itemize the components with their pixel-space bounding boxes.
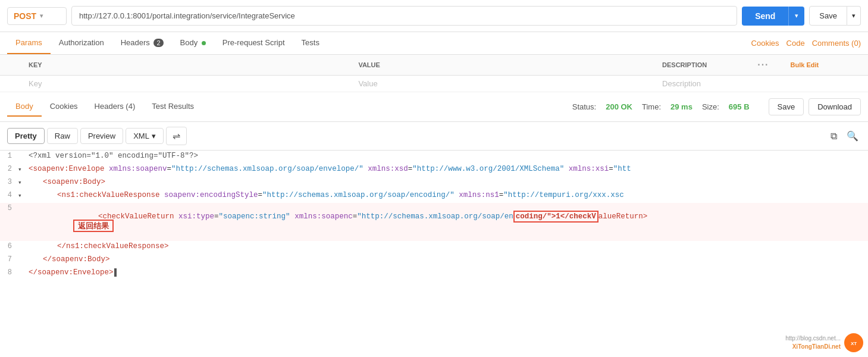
line-content-6: </ns1:checkValueResponse>	[26, 241, 868, 252]
tab-tests[interactable]: Tests	[293, 32, 328, 54]
line-num-6: 6	[0, 241, 18, 250]
line-arrow-4: ▾	[18, 190, 26, 199]
response-meta: Status: 200 OK Time: 29 ms Size: 695 B S…	[572, 98, 861, 115]
line-content-8: </soapenv:Envelope>	[26, 267, 868, 278]
send-group: Send ▾	[742, 7, 804, 26]
line-num-3: 3	[0, 177, 18, 186]
code-link[interactable]: Code	[786, 33, 805, 54]
tab-headers[interactable]: Headers 2	[112, 32, 172, 54]
raw-button[interactable]: Raw	[47, 128, 78, 144]
row-desc-placeholder[interactable]: Description	[655, 76, 750, 92]
col-value-header: VALUE	[351, 55, 655, 76]
method-chevron-icon: ▾	[40, 12, 43, 19]
size-value: 695 B	[729, 102, 750, 111]
line-num-5: 5	[0, 203, 18, 212]
row-check	[0, 76, 21, 92]
line-num-7: 7	[0, 254, 18, 264]
send-button[interactable]: Send	[742, 7, 788, 26]
params-table: KEY VALUE DESCRIPTION ··· Bulk Edit Key …	[0, 55, 868, 92]
line-arrow-6	[18, 241, 26, 243]
format-value: XML	[133, 131, 149, 140]
bulk-edit-link[interactable]: Bulk Edit	[784, 57, 826, 73]
line-content-7: </soapenv:Body>	[26, 254, 868, 265]
code-line-8: 8 </soapenv:Envelope>	[0, 267, 868, 280]
search-icon[interactable]: 🔍	[844, 128, 861, 144]
top-bar: POST ▾ Send ▾ Save ▾	[0, 0, 868, 32]
line-num-8: 8	[0, 267, 18, 277]
response-actions: Save Download	[769, 98, 861, 115]
time-label: Time:	[642, 102, 661, 111]
line-arrow-3: ▾	[18, 177, 26, 186]
status-value: 200 OK	[606, 102, 632, 111]
line-arrow-7	[18, 254, 26, 256]
more-button[interactable]: ···	[757, 60, 769, 70]
response-tab-test-results[interactable]: Test Results	[143, 97, 202, 117]
col-check-header	[0, 55, 21, 76]
code-line-5: 5 <checkValueReturn xsi:type="soapenc:st…	[0, 203, 868, 241]
response-tabs: Body Cookies Headers (4) Test Results	[7, 97, 202, 117]
line-content-2: <soapenv:Envelope xmlns:soapenv="http://…	[26, 164, 868, 174]
line-arrow-2: ▾	[18, 164, 26, 173]
wrap-button[interactable]: ⇌	[166, 127, 187, 145]
preview-button[interactable]: Preview	[80, 128, 123, 144]
line-num-4: 4	[0, 190, 18, 199]
format-select[interactable]: XML ▾	[126, 128, 164, 144]
line-content-3: <soapenv:Body>	[26, 177, 868, 187]
tab-params[interactable]: Params	[7, 32, 51, 54]
line-content-1: <?xml version="1.0" encoding="UTF-8"?>	[26, 151, 868, 161]
url-input[interactable]	[71, 6, 737, 26]
save-dropdown-button[interactable]: ▾	[847, 6, 861, 26]
request-tabs: Params Authorization Headers 2 Body Pre-…	[0, 32, 868, 55]
params-section: KEY VALUE DESCRIPTION ··· Bulk Edit Key …	[0, 55, 868, 92]
save-group: Save ▾	[809, 6, 861, 26]
row-key-placeholder[interactable]: Key	[21, 76, 351, 92]
row-value-placeholder[interactable]: Value	[351, 76, 655, 92]
line-num-1: 1	[0, 151, 18, 160]
headers-badge: 2	[153, 39, 163, 47]
line-arrow-1	[18, 151, 26, 152]
comments-link[interactable]: Comments (0)	[812, 33, 861, 54]
right-links: Cookies Code Comments (0)	[751, 33, 861, 54]
response-download-button[interactable]: Download	[809, 98, 861, 115]
response-save-button[interactable]: Save	[769, 98, 804, 115]
col-desc-header: DESCRIPTION	[655, 55, 750, 76]
code-line-2: 2 ▾ <soapenv:Envelope xmlns:soapenv="htt…	[0, 164, 868, 177]
col-key-header: KEY	[21, 55, 351, 76]
response-tab-headers[interactable]: Headers (4)	[86, 97, 144, 117]
tab-pre-request-script[interactable]: Pre-request Script	[214, 32, 293, 54]
copy-icon[interactable]: ⧉	[828, 128, 839, 144]
code-area: 1 <?xml version="1.0" encoding="UTF-8"?>…	[0, 151, 868, 280]
tab-body[interactable]: Body	[172, 32, 214, 54]
line-content-5: <checkValueReturn xsi:type="soapenc:stri…	[26, 203, 868, 241]
code-line-3: 3 ▾ <soapenv:Body>	[0, 177, 868, 190]
code-line-6: 6 </ns1:checkValueResponse>	[0, 241, 868, 254]
response-bar: Body Cookies Headers (4) Test Results St…	[0, 92, 868, 122]
line-num-2: 2	[0, 164, 18, 173]
method-select[interactable]: POST ▾	[7, 7, 67, 25]
line-content-4: <ns1:checkValueResponse soapenv:encoding…	[26, 190, 868, 201]
code-line-7: 7 </soapenv:Body>	[0, 254, 868, 267]
pretty-button[interactable]: Pretty	[7, 128, 45, 144]
tab-authorization[interactable]: Authorization	[51, 32, 112, 54]
save-button[interactable]: Save	[809, 6, 847, 26]
method-value: POST	[14, 11, 36, 21]
cookies-link[interactable]: Cookies	[751, 33, 779, 54]
send-dropdown-button[interactable]: ▾	[788, 7, 804, 26]
line-arrow-8	[18, 267, 26, 269]
code-line-1: 1 <?xml version="1.0" encoding="UTF-8"?>	[0, 151, 868, 164]
response-tab-cookies[interactable]: Cookies	[42, 97, 86, 117]
time-value: 29 ms	[670, 102, 692, 111]
col-actions-header: ···	[750, 55, 776, 76]
format-chevron-icon: ▾	[152, 131, 156, 140]
code-line-4: 4 ▾ <ns1:checkValueResponse soapenv:enco…	[0, 190, 868, 203]
line-arrow-5	[18, 203, 26, 205]
response-tab-body[interactable]: Body	[7, 97, 42, 117]
size-label: Size:	[702, 102, 719, 111]
bulk-edit-header: Bulk Edit	[776, 55, 868, 76]
params-placeholder-row: Key Value Description	[0, 76, 868, 92]
format-bar: Pretty Raw Preview XML ▾ ⇌ ⧉ 🔍	[0, 122, 868, 151]
status-label: Status:	[572, 102, 596, 111]
body-dot	[202, 41, 206, 45]
right-icons: ⧉ 🔍	[828, 128, 861, 144]
